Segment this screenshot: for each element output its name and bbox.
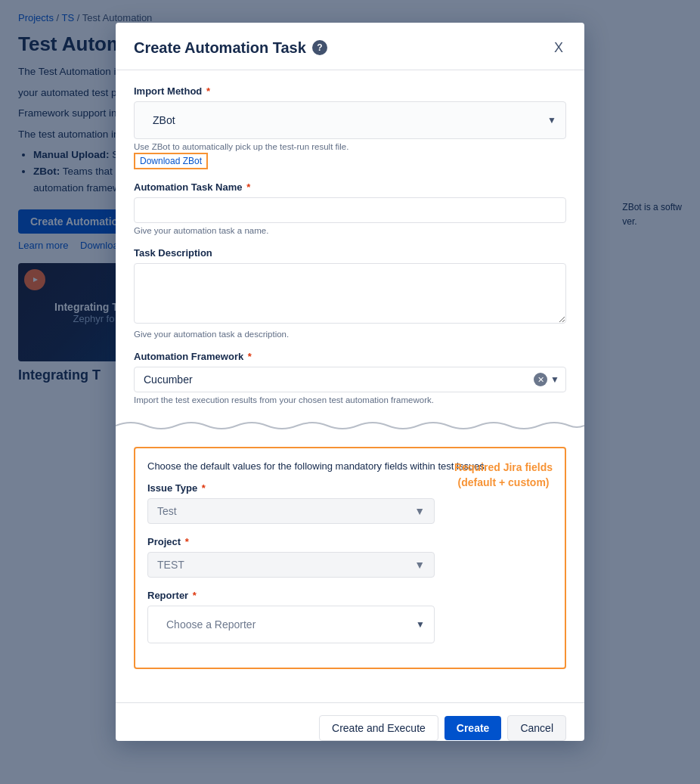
issue-type-chevron-icon: ▼ <box>414 505 425 517</box>
cancel-button[interactable]: Cancel <box>507 715 566 741</box>
project-field: Project * TEST ▼ <box>147 536 553 578</box>
modal-header: Create Automation Task ? X <box>116 23 584 70</box>
task-name-hint: Give your automation task a name. <box>134 226 566 235</box>
create-and-execute-button[interactable]: Create and Execute <box>319 715 438 741</box>
create-button[interactable]: Create <box>444 716 502 740</box>
import-method-required: * <box>206 85 210 97</box>
modal-footer: Create and Execute Create Cancel <box>116 702 584 741</box>
task-description-label: Task Description <box>134 247 566 259</box>
issue-type-required: * <box>202 482 206 494</box>
project-value: TEST <box>157 559 184 571</box>
import-method-select[interactable]: ZBot <box>144 108 547 132</box>
reporter-select[interactable]: Choose a Reporter <box>157 612 416 637</box>
import-method-chevron-icon: ▼ <box>547 115 556 126</box>
help-icon[interactable]: ? <box>312 40 327 55</box>
automation-framework-field: Automation Framework * Cucumber ✕ ▼ Impo… <box>134 351 566 404</box>
task-name-input[interactable] <box>134 197 566 223</box>
task-name-required: * <box>246 181 250 193</box>
project-select[interactable]: TEST ▼ <box>147 552 435 578</box>
download-zbot-modal-link[interactable]: Download ZBot <box>134 153 208 169</box>
task-name-field: Automation Task Name * Give your automat… <box>134 181 566 235</box>
reporter-required: * <box>193 590 197 601</box>
required-jira-label: Required Jira fields(default + custom) <box>454 460 553 490</box>
issue-type-value: Test <box>157 505 177 517</box>
import-method-hint: Use ZBot to automatically pick up the te… <box>134 142 566 151</box>
wavy-divider <box>116 417 584 435</box>
reporter-chevron-icon: ▼ <box>416 619 425 630</box>
project-required: * <box>185 536 189 547</box>
reporter-select-wrapper[interactable]: Choose a Reporter ▼ <box>147 606 435 643</box>
automation-framework-label: Automation Framework * <box>134 351 566 362</box>
task-description-hint: Give your automation task a description. <box>134 330 566 339</box>
framework-chevron-icon: ▼ <box>550 374 559 385</box>
import-method-select-wrapper[interactable]: ZBot ▼ <box>134 101 566 139</box>
mandatory-fields-box: Choose the default values for the follow… <box>134 447 566 669</box>
modal-title-row: Create Automation Task ? <box>134 39 327 57</box>
import-method-label: Import Method * <box>134 85 566 97</box>
framework-hint: Import the test execution results from y… <box>134 395 566 404</box>
framework-value: Cucumber <box>144 367 534 392</box>
task-name-label: Automation Task Name * <box>134 181 566 193</box>
project-label: Project * <box>147 536 553 547</box>
create-automation-modal: Create Automation Task ? X Import Method… <box>116 23 584 741</box>
task-description-field: Task Description Give your automation ta… <box>134 247 566 339</box>
reporter-label: Reporter * <box>147 590 553 601</box>
import-method-field: Import Method * ZBot ▼ Use ZBot to autom… <box>134 85 566 169</box>
reporter-field: Reporter * Choose a Reporter ▼ <box>147 590 553 643</box>
modal-overlay: Create Automation Task ? X Import Method… <box>0 0 700 784</box>
task-description-input[interactable] <box>134 263 566 324</box>
framework-select-wrapper[interactable]: Cucumber ✕ ▼ <box>134 367 566 392</box>
modal-close-button[interactable]: X <box>551 38 566 57</box>
modal-title: Create Automation Task <box>134 39 306 57</box>
issue-type-select[interactable]: Test ▼ <box>147 498 435 524</box>
project-chevron-icon: ▼ <box>414 559 425 571</box>
framework-clear-button[interactable]: ✕ <box>534 373 547 386</box>
framework-required: * <box>248 351 252 362</box>
modal-body: Import Method * ZBot ▼ Use ZBot to autom… <box>116 70 584 696</box>
